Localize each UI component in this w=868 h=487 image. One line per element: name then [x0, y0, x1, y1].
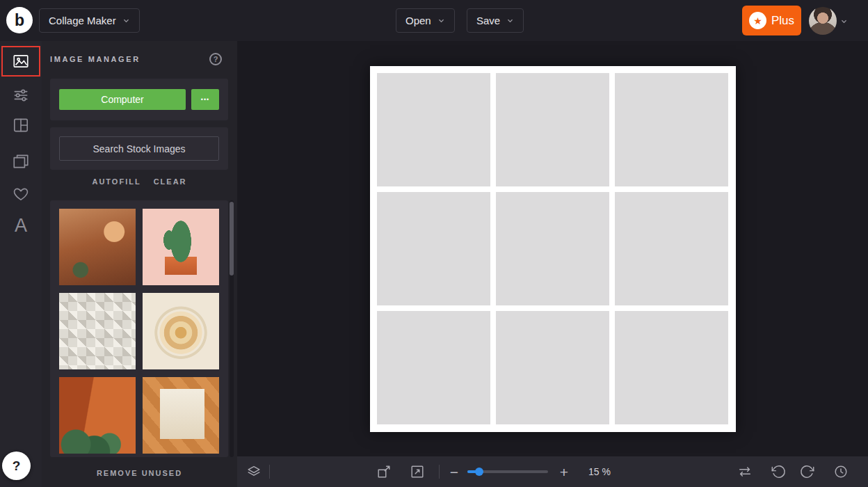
- reset-canvas-button[interactable]: [737, 463, 753, 480]
- image-thumbnail[interactable]: [143, 377, 219, 454]
- resize-canvas-icon: [376, 464, 392, 479]
- open-button[interactable]: Open: [396, 8, 455, 33]
- help-button[interactable]: ?: [2, 452, 31, 480]
- top-bar: b Collage Maker Open Save ★ Plus: [0, 0, 868, 41]
- app-title-menu[interactable]: Collage Maker: [39, 8, 140, 33]
- search-stock-images-button[interactable]: Search Stock Images: [59, 136, 219, 161]
- zoom-out-button[interactable]: −: [446, 463, 463, 480]
- image-thumbnail[interactable]: [59, 209, 136, 285]
- collage-cell[interactable]: [615, 311, 728, 424]
- image-thumbnail[interactable]: [59, 293, 136, 369]
- question-glyph: ?: [13, 458, 21, 474]
- autofill-clear-row: AUTOFILL CLEAR: [42, 177, 237, 186]
- history-clock-icon: [833, 464, 849, 479]
- stock-search-card: Search Stock Images: [50, 127, 228, 170]
- rail-item-text[interactable]: A: [1, 210, 40, 241]
- heart-icon: [12, 185, 30, 203]
- undo-icon: [771, 464, 786, 479]
- save-label: Save: [476, 15, 500, 26]
- user-avatar[interactable]: [809, 7, 837, 35]
- app-title: Collage Maker: [49, 15, 116, 26]
- app-logo[interactable]: b: [6, 7, 33, 33]
- collage-cell[interactable]: [496, 311, 609, 424]
- rail-item-graphics[interactable]: [1, 179, 40, 209]
- redo-icon: [800, 464, 815, 479]
- collage-cell[interactable]: [496, 192, 609, 305]
- canvas-workspace: [237, 41, 868, 456]
- history-button[interactable]: [833, 463, 849, 480]
- collage-cell[interactable]: [377, 73, 490, 186]
- undo-button[interactable]: [770, 463, 787, 480]
- save-button[interactable]: Save: [467, 8, 524, 33]
- rail-item-edit-settings[interactable]: [1, 80, 40, 111]
- redo-button[interactable]: [799, 463, 816, 480]
- chevron-down-icon: [437, 17, 445, 24]
- plus-label: Plus: [771, 14, 794, 28]
- panel-title: IMAGE MANAGER: [50, 55, 140, 63]
- logo-letter: b: [15, 11, 24, 30]
- thumbnail-list: [50, 200, 228, 457]
- plus-upgrade-button[interactable]: ★ Plus: [742, 6, 801, 35]
- image-thumbnail[interactable]: [143, 209, 219, 285]
- chevron-down-icon: [506, 17, 514, 24]
- open-label: Open: [405, 15, 431, 26]
- plus-icon: +: [560, 465, 568, 479]
- layers-button[interactable]: [246, 463, 262, 480]
- remove-unused-button[interactable]: REMOVE UNUSED: [97, 469, 182, 477]
- scrollbar-thumb[interactable]: [230, 202, 234, 276]
- question-glyph: ?: [214, 55, 218, 63]
- rail-item-image-manager[interactable]: [1, 46, 40, 77]
- zoom-slider-thumb[interactable]: [475, 468, 483, 476]
- collage-cell[interactable]: [496, 73, 609, 186]
- collage-cell[interactable]: [615, 73, 728, 186]
- collage-canvas: [370, 66, 736, 432]
- image-thumbnail[interactable]: [143, 293, 219, 369]
- avatar-chevron-down-icon[interactable]: [840, 17, 848, 25]
- sidebar-rail: A: [0, 41, 42, 487]
- layers-icon: [246, 464, 262, 479]
- more-sources-button[interactable]: •••: [191, 89, 219, 110]
- image-manager-panel: IMAGE MANAGER ? Computer ••• Search Stoc…: [42, 41, 237, 487]
- clear-button[interactable]: CLEAR: [154, 177, 187, 186]
- panel-scrollbar[interactable]: [230, 200, 234, 457]
- thumbnail-grid: [59, 209, 228, 454]
- toolbar-divider: [439, 465, 440, 479]
- panel-help-icon[interactable]: ?: [209, 53, 222, 65]
- autofill-button[interactable]: AUTOFILL: [92, 177, 140, 186]
- rail-item-patterns[interactable]: [1, 146, 40, 177]
- collage-cell[interactable]: [377, 192, 490, 305]
- upload-card: Computer •••: [50, 79, 228, 120]
- bottom-toolbar: − + 15 %: [237, 456, 868, 487]
- sliders-icon: [12, 86, 30, 104]
- zoom-level: 15 %: [588, 466, 611, 477]
- fit-to-screen-button[interactable]: [409, 463, 426, 480]
- collage-cell[interactable]: [615, 192, 728, 305]
- image-thumbnail[interactable]: [59, 377, 136, 454]
- chevron-down-icon: [122, 17, 130, 24]
- fit-to-screen-icon: [410, 464, 425, 479]
- rail-item-layouts[interactable]: [1, 110, 40, 141]
- zoom-in-button[interactable]: +: [556, 463, 572, 480]
- computer-upload-button[interactable]: Computer: [59, 89, 186, 110]
- toolbar-divider: [269, 465, 270, 479]
- collage-cell[interactable]: [377, 311, 490, 424]
- image-manager-icon: [12, 52, 30, 70]
- patterns-icon: [12, 152, 30, 170]
- star-glyph: ★: [753, 16, 762, 26]
- resize-canvas-button[interactable]: [376, 463, 392, 480]
- text-tool-icon: A: [15, 216, 27, 235]
- star-badge-icon: ★: [749, 12, 766, 29]
- minus-icon: −: [450, 465, 458, 479]
- layout-grid-icon: [12, 116, 30, 134]
- swap-arrows-icon: [737, 464, 753, 479]
- zoom-slider[interactable]: [467, 470, 548, 473]
